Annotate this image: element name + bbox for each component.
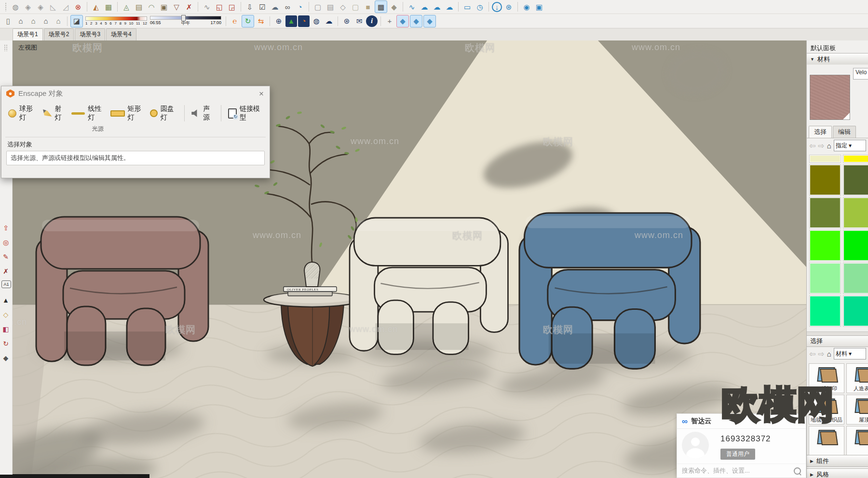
dialog-titlebar[interactable]: Enscape 对象 <box>1 86 270 101</box>
smoove-icon[interactable]: ◠ <box>146 1 157 13</box>
add-asset-icon[interactable]: ⊕ <box>273 15 285 27</box>
cube-download-icon[interactable]: ⇩ <box>244 1 256 13</box>
material-swatch[interactable] <box>843 155 868 162</box>
command-search-input[interactable]: 搜索命令、插件、设置... <box>677 464 806 478</box>
back-arrow-icon[interactable]: ⇦ <box>809 141 815 150</box>
export-red-box2-icon[interactable]: ◲ <box>226 1 238 13</box>
label-a1-icon[interactable]: A1 <box>1 280 11 288</box>
cloud-share-icon[interactable]: ☁ <box>419 1 430 13</box>
scene-tab-2[interactable]: 场景号2 <box>44 28 74 40</box>
cube-pink-icon[interactable]: ◆ <box>396 15 409 27</box>
figures-group-icon[interactable]: ◈ <box>22 1 34 13</box>
material-category-folder[interactable] <box>846 426 868 456</box>
drape-tool-icon[interactable]: ▽ <box>171 1 182 13</box>
material-name-field[interactable]: Velo <box>853 68 868 80</box>
rect-light-button[interactable]: 矩形灯 <box>108 103 147 124</box>
cloud-check-icon[interactable]: ☁ <box>431 1 443 13</box>
feedback-mail-icon[interactable]: ✉ <box>353 15 365 27</box>
paint-box-icon[interactable]: ◧ <box>0 324 11 334</box>
material-swatch[interactable] <box>843 165 868 195</box>
tab-select[interactable]: 选择 <box>809 126 832 138</box>
material-category-folder[interactable]: 人造表面 <box>846 363 868 393</box>
linked-model-button[interactable]: 链接模型 <box>225 103 266 124</box>
material-swatch[interactable] <box>810 198 841 228</box>
tab-edit[interactable]: 编辑 <box>833 126 856 138</box>
settings-gear-icon[interactable]: ⊛ <box>503 1 515 13</box>
assign-dropdown[interactable]: 指定▾ <box>834 140 866 151</box>
style-backedges-icon[interactable]: ▤ <box>325 1 336 13</box>
shadow-toggle-icon[interactable]: ◪ <box>70 15 83 27</box>
sphere-paint-icon[interactable]: ◍ <box>10 1 21 13</box>
settings-gears-icon[interactable]: ⊛ <box>341 15 353 27</box>
flip-edge-icon[interactable]: ✗ <box>183 1 195 13</box>
material-category-folder[interactable] <box>809 426 844 456</box>
back-arrow-icon[interactable]: ⇦ <box>809 349 815 358</box>
scene-tab-4[interactable]: 场景号4 <box>106 28 136 40</box>
lasso-select-icon[interactable]: ∿ <box>201 1 213 13</box>
time-slider-handle[interactable] <box>181 15 186 21</box>
stop-box-icon[interactable]: ⊗ <box>72 1 84 13</box>
about-info-icon[interactable]: i <box>366 15 378 27</box>
disk-light-button[interactable]: 圆盘灯 <box>147 103 181 124</box>
vegetation-icon[interactable]: ▲ <box>285 15 297 27</box>
cut-axes-icon[interactable]: ✗ <box>0 266 11 277</box>
spot-light-button[interactable]: 射灯 <box>40 103 69 124</box>
material-swatch[interactable] <box>843 198 868 228</box>
checker-globe-icon[interactable]: ◍ <box>311 15 322 27</box>
material-swatch[interactable] <box>810 296 841 326</box>
cube-blue2-icon[interactable]: ◆ <box>423 15 436 27</box>
wave-tool-icon[interactable]: ∿ <box>406 1 418 13</box>
cabinet-icon[interactable]: ▯ <box>2 15 14 27</box>
download-circle-icon[interactable]: ↓ <box>492 2 502 12</box>
style-wireframe-icon[interactable]: ◇ <box>337 1 349 13</box>
shed-icon[interactable]: ⌂ <box>53 15 64 27</box>
style-xray-icon[interactable]: ▢ <box>312 1 324 13</box>
axes-move-icon[interactable]: + <box>384 15 395 27</box>
linear-light-button[interactable]: 线性灯 <box>68 103 107 124</box>
style-textured-icon[interactable]: ▩ <box>375 0 387 13</box>
pen-icon[interactable]: ✎ <box>0 252 11 262</box>
shadow-month-slider[interactable]: 123456789101112 <box>85 16 147 26</box>
enscape-logo-icon[interactable]: ℮ <box>229 15 241 27</box>
export-up-icon[interactable]: ⇪ <box>0 223 11 233</box>
scene-tab-1[interactable]: 场景号1 <box>13 28 43 40</box>
color-swirl-icon[interactable]: ◔ <box>294 1 306 13</box>
mesh-grid-icon[interactable]: ▦ <box>103 1 114 13</box>
cloud-sync-icon[interactable]: ☁ <box>444 1 455 13</box>
screen-rect-icon[interactable]: ▭ <box>461 1 473 13</box>
target-icon[interactable]: ◎ <box>0 237 11 248</box>
sphere-light-button[interactable]: 球形灯 <box>5 103 40 124</box>
cloud-render-icon[interactable]: ☁ <box>323 15 335 27</box>
model-box-icon[interactable]: ▣ <box>533 1 545 13</box>
hand-tool-icon[interactable]: ◇ <box>0 309 11 320</box>
clock-check-icon[interactable]: ◷ <box>474 1 486 13</box>
figures-group2-icon[interactable]: ◈ <box>35 1 46 13</box>
rotate-tool-icon[interactable]: ↻ <box>0 338 11 349</box>
video-export-icon[interactable]: ⇆ <box>255 15 267 27</box>
material-swatch[interactable] <box>810 165 841 195</box>
sync-refresh-icon[interactable]: ↻ <box>242 15 254 27</box>
home-icon[interactable]: ⌂ <box>15 15 27 27</box>
terrain-stamp-icon[interactable]: ◭ <box>90 1 102 13</box>
house-add-icon[interactable]: ⌂ <box>27 15 39 27</box>
home-icon[interactable]: ⌂ <box>827 142 831 150</box>
material-swatch[interactable] <box>843 230 868 261</box>
material-swatch[interactable] <box>843 296 868 326</box>
move-tool-icon[interactable]: ◆ <box>0 353 11 363</box>
forward-arrow-icon[interactable]: ⇨ <box>818 141 824 150</box>
stamp-tool-icon[interactable]: ▣ <box>158 1 170 13</box>
material-swatch[interactable] <box>810 155 841 162</box>
browser-chrome-icon[interactable]: ◉ <box>521 1 532 13</box>
style-shaded-icon[interactable]: ■ <box>362 1 374 13</box>
active-material-thumbnail[interactable] <box>810 75 850 120</box>
components-section-header[interactable]: ▶ 组件 <box>807 455 868 467</box>
shadow-time-slider[interactable]: 06:55 中午 17:00 <box>150 16 221 27</box>
forward-arrow-icon[interactable]: ⇨ <box>818 349 824 358</box>
sandbox-contours-icon[interactable]: ◬ <box>121 1 132 13</box>
sound-source-button[interactable]: 声源 <box>189 103 217 124</box>
drape-mesh2-icon[interactable]: ◿ <box>60 1 71 13</box>
close-icon[interactable]: × <box>259 89 264 99</box>
style-hiddenline-icon[interactable]: ▢ <box>350 1 361 13</box>
export-red-box-icon[interactable]: ◱ <box>214 1 225 13</box>
shadow-month-gradient[interactable] <box>85 16 147 21</box>
